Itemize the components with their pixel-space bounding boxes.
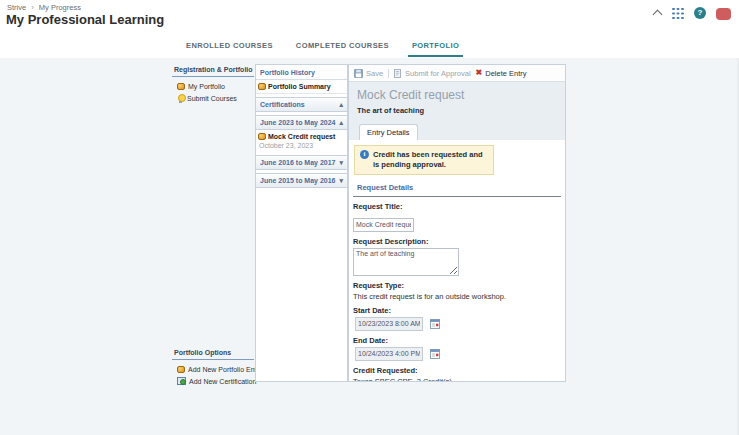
sidebar-item-label: My Portfolio bbox=[188, 83, 225, 90]
end-date-label: End Date: bbox=[353, 336, 561, 345]
breadcrumb-strive[interactable]: Strive bbox=[7, 3, 26, 12]
tab-entry-details[interactable]: Entry Details bbox=[359, 124, 418, 140]
add-new-certification-button[interactable]: Add New Certification bbox=[172, 375, 254, 387]
chevron-up-icon: ▴ bbox=[339, 102, 343, 108]
page-title: My Professional Learning bbox=[6, 12, 164, 27]
credit-requested-value: Texas SBEC CPE, 3 Credit(s) bbox=[353, 377, 561, 382]
sidebar-item-submit-courses[interactable]: Submit Courses bbox=[172, 92, 254, 105]
chevron-up-icon: ▴ bbox=[339, 120, 343, 126]
lightbulb-icon bbox=[177, 94, 184, 103]
request-description-textarea[interactable]: The art of teaching bbox=[353, 248, 459, 276]
detail-toolbar: Save Submit for Approval ✖ Delete Entry bbox=[349, 65, 565, 82]
accordion-certifications[interactable]: Certifications ▴ bbox=[256, 97, 347, 112]
save-button[interactable]: Save bbox=[354, 69, 383, 78]
portfolio-history-panel: Portfolio History Portfolio Summary Cert… bbox=[255, 64, 348, 382]
portfolio-icon bbox=[177, 83, 185, 90]
portfolio-summary-item[interactable]: Portfolio Summary bbox=[256, 80, 347, 94]
portfolio-icon bbox=[258, 83, 266, 90]
accordion-label: June 2023 to May 2024 bbox=[260, 119, 336, 126]
accordion-label: June 2016 to May 2017 bbox=[260, 159, 336, 166]
collapse-chevron-icon[interactable] bbox=[653, 10, 663, 20]
credit-requested-label: Credit Requested: bbox=[353, 366, 561, 375]
entry-detail-panel: Save Submit for Approval ✖ Delete Entry … bbox=[348, 64, 566, 382]
tab-completed-courses[interactable]: COMPLETED COURSES bbox=[292, 39, 393, 57]
delete-x-icon: ✖ bbox=[476, 69, 483, 77]
chevron-down-icon: ▾ bbox=[339, 160, 343, 166]
submit-for-approval-button[interactable]: Submit for Approval bbox=[394, 69, 470, 78]
sidebar-item-label: Add New Portfolio Entry bbox=[188, 366, 262, 373]
top-bar: Strive › My Progress My Professional Lea… bbox=[0, 0, 739, 30]
portfolio-icon bbox=[258, 133, 266, 140]
request-details-section-header: Request Details bbox=[353, 181, 561, 197]
portfolio-options-section: Portfolio Options Add New Portfolio Entr… bbox=[172, 347, 254, 387]
accordion-june-2016-may-2017[interactable]: June 2016 to May 2017 ▾ bbox=[256, 155, 347, 170]
end-date-input[interactable] bbox=[355, 347, 423, 361]
request-description-label: Request Description: bbox=[353, 237, 561, 246]
pending-approval-notice: i Credit has been requested and is pendi… bbox=[354, 145, 494, 175]
calendar-picker-icon[interactable] bbox=[430, 348, 441, 359]
delete-entry-button[interactable]: ✖ Delete Entry bbox=[476, 69, 527, 78]
breadcrumb: Strive › My Progress bbox=[7, 3, 81, 12]
document-icon bbox=[394, 69, 402, 78]
notice-text: Credit has been requested and is pending… bbox=[373, 150, 488, 170]
portfolio-options-header: Portfolio Options bbox=[172, 347, 254, 360]
tab-bar: ENROLLED COURSES COMPLETED COURSES PORTF… bbox=[0, 30, 739, 58]
sidebar-item-my-portfolio[interactable]: My Portfolio bbox=[172, 81, 254, 92]
portfolio-history-header: Portfolio History bbox=[256, 65, 347, 80]
start-date-input[interactable] bbox=[355, 317, 423, 331]
registration-portfolio-header: Registration & Portfolio bbox=[172, 64, 254, 77]
portfolio-icon bbox=[177, 366, 185, 373]
portfolio-summary-label: Portfolio Summary bbox=[268, 83, 331, 90]
entry-details-body: i Credit has been requested and is pendi… bbox=[349, 140, 565, 382]
request-type-label: Request Type: bbox=[353, 281, 561, 290]
tab-enrolled-courses[interactable]: ENROLLED COURSES bbox=[182, 39, 277, 57]
accordion-label: Certifications bbox=[260, 101, 305, 108]
accordion-june-2023-may-2024[interactable]: June 2023 to May 2024 ▴ bbox=[256, 115, 347, 130]
entry-title: Mock Credit request bbox=[357, 88, 557, 102]
history-entry-mock-credit-request[interactable]: Mock Credit request October 23, 2023 bbox=[256, 130, 347, 152]
entry-subtitle: The art of teaching bbox=[357, 106, 557, 115]
save-disk-icon bbox=[354, 69, 363, 78]
breadcrumb-my-progress[interactable]: My Progress bbox=[39, 3, 81, 12]
request-type-value: This credit request is for an outside wo… bbox=[353, 292, 561, 301]
sidebar-item-label: Submit Courses bbox=[187, 95, 237, 102]
avatar[interactable] bbox=[716, 8, 731, 20]
entry-title-label: Mock Credit request bbox=[268, 133, 335, 140]
sidebar-item-label: Add New Certification bbox=[189, 378, 256, 385]
accordion-label: June 2015 to May 2016 bbox=[260, 177, 336, 184]
request-title-label: Request Title: bbox=[353, 202, 561, 211]
add-new-portfolio-entry-button[interactable]: Add New Portfolio Entry bbox=[172, 364, 254, 375]
entry-date: October 23, 2023 bbox=[258, 140, 345, 150]
registration-portfolio-section: Registration & Portfolio My Portfolio Su… bbox=[172, 64, 254, 105]
top-icons: ? bbox=[654, 6, 731, 20]
help-icon[interactable]: ? bbox=[694, 7, 706, 19]
calendar-picker-icon[interactable] bbox=[430, 318, 441, 329]
request-title-input[interactable] bbox=[353, 218, 414, 232]
info-icon: i bbox=[360, 150, 369, 159]
start-date-label: Start Date: bbox=[353, 306, 561, 315]
toolbar-divider bbox=[388, 69, 389, 78]
apps-grid-icon[interactable] bbox=[671, 7, 684, 20]
breadcrumb-separator-icon: › bbox=[31, 4, 34, 11]
certification-icon bbox=[177, 377, 186, 385]
chevron-down-icon: ▾ bbox=[339, 178, 343, 184]
tab-portfolio[interactable]: PORTFOLIO bbox=[408, 39, 463, 57]
entry-header: Mock Credit request The art of teaching … bbox=[349, 82, 565, 140]
accordion-june-2015-may-2016[interactable]: June 2015 to May 2016 ▾ bbox=[256, 173, 347, 188]
